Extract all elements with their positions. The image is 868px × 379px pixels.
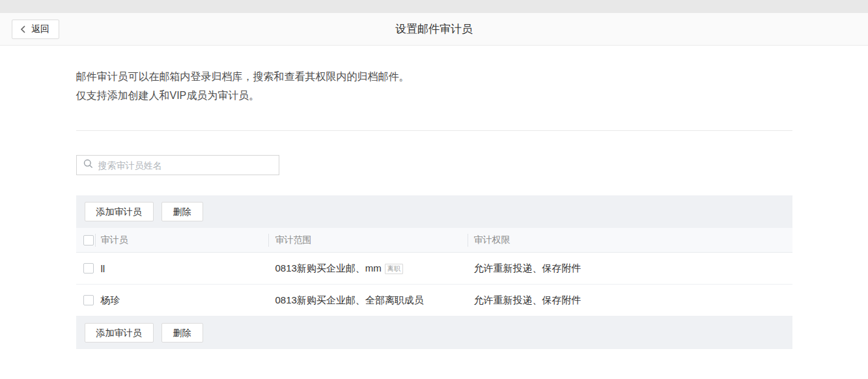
table-header: 审计员 审计范围 审计权限 [76, 228, 792, 253]
row-select-checkbox[interactable] [83, 263, 94, 274]
intro-line-2: 仅支持添加创建人和VIP成员为审计员。 [76, 86, 792, 105]
delete-button[interactable]: 删除 [161, 202, 203, 221]
intro-text: 邮件审计员可以在邮箱内登录归档库，搜索和查看其权限内的归档邮件。 仅支持添加创建… [76, 67, 792, 105]
table-row: ll 0813新购买企业邮、mm 离职 允许重新投递、保存附件 [76, 253, 792, 285]
row-checkbox-cell [76, 295, 95, 305]
back-button-label: 返回 [31, 23, 49, 35]
header-checkbox-cell [76, 235, 95, 246]
table-row: 杨珍 0813新购买企业邮、全部离职成员 允许重新投递、保存附件 [76, 285, 792, 316]
search-box[interactable] [76, 155, 279, 175]
select-all-checkbox[interactable] [83, 235, 94, 246]
toolbar-bottom: 添加审计员 删除 [76, 316, 792, 349]
audit-permissions-cell: 允许重新投递、保存附件 [468, 253, 792, 284]
row-checkbox-cell [76, 263, 95, 274]
search-input[interactable] [98, 160, 272, 171]
audit-permissions-cell: 允许重新投递、保存附件 [468, 285, 792, 316]
delete-button[interactable]: 删除 [161, 323, 203, 343]
add-auditor-button[interactable]: 添加审计员 [85, 202, 154, 221]
section-divider [76, 130, 792, 131]
top-strip [0, 0, 868, 13]
page-header: 返回 设置邮件审计员 [0, 13, 868, 46]
column-header-scope: 审计范围 [268, 228, 468, 252]
resigned-status-badge: 离职 [385, 264, 403, 274]
intro-line-1: 邮件审计员可以在邮箱内登录归档库，搜索和查看其权限内的归档邮件。 [76, 67, 792, 86]
audit-scope-text: 0813新购买企业邮、全部离职成员 [275, 294, 424, 307]
search-icon [83, 159, 93, 171]
page-title: 设置邮件审计员 [0, 13, 868, 45]
column-header-auditor: 审计员 [95, 228, 268, 252]
add-auditor-button[interactable]: 添加审计员 [85, 323, 154, 343]
auditor-name-cell: ll [95, 253, 268, 284]
back-button[interactable]: 返回 [12, 20, 59, 39]
audit-scope-cell: 0813新购买企业邮、mm 离职 [268, 253, 468, 284]
auditor-name-cell: 杨珍 [95, 285, 268, 316]
toolbar-top: 添加审计员 删除 [76, 195, 792, 228]
column-header-permissions: 审计权限 [468, 228, 792, 252]
audit-scope-text: 0813新购买企业邮、mm [275, 262, 382, 275]
main-content: 邮件审计员可以在邮箱内登录归档库，搜索和查看其权限内的归档邮件。 仅支持添加创建… [76, 67, 792, 349]
row-select-checkbox[interactable] [83, 295, 94, 305]
audit-scope-cell: 0813新购买企业邮、全部离职成员 [268, 285, 468, 316]
chevron-left-icon [20, 25, 27, 33]
